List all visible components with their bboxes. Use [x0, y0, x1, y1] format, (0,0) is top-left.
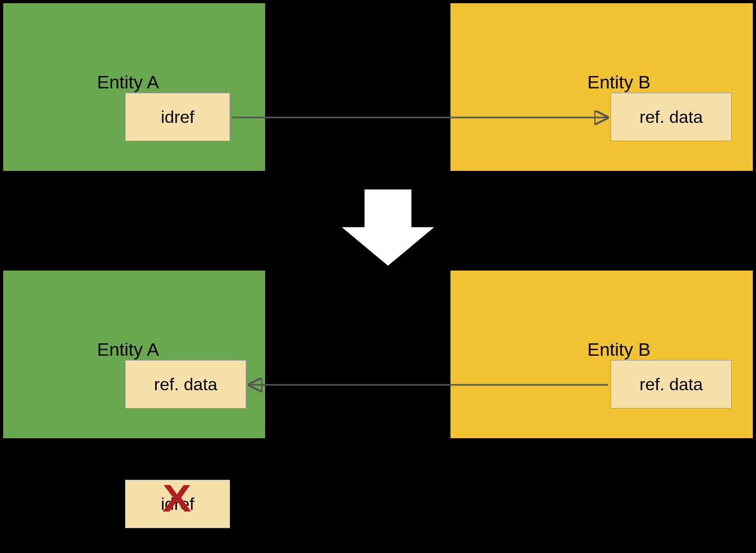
entity-b-bottom-title: Entity B	[587, 339, 650, 360]
entity-a-top-tag-text: idref	[161, 107, 194, 127]
transition-arrow-icon	[339, 189, 436, 267]
entity-a-top-tag: idref	[125, 93, 230, 141]
entity-a-bottom-title: Entity A	[97, 339, 159, 360]
entity-b-bottom-tag-text: ref. data	[640, 375, 703, 395]
entity-a-bottom-tag-text: ref. data	[154, 375, 217, 395]
entity-b-top-tag-text: ref. data	[640, 107, 703, 127]
entity-b-top-tag: ref. data	[611, 93, 732, 141]
entity-b-top-title: Entity B	[587, 72, 650, 93]
entity-a-top-title: Entity A	[97, 72, 159, 93]
x-mark-icon: X	[162, 477, 191, 520]
entity-a-bottom-tag: ref. data	[125, 360, 246, 409]
entity-b-bottom-tag: ref. data	[611, 360, 732, 409]
